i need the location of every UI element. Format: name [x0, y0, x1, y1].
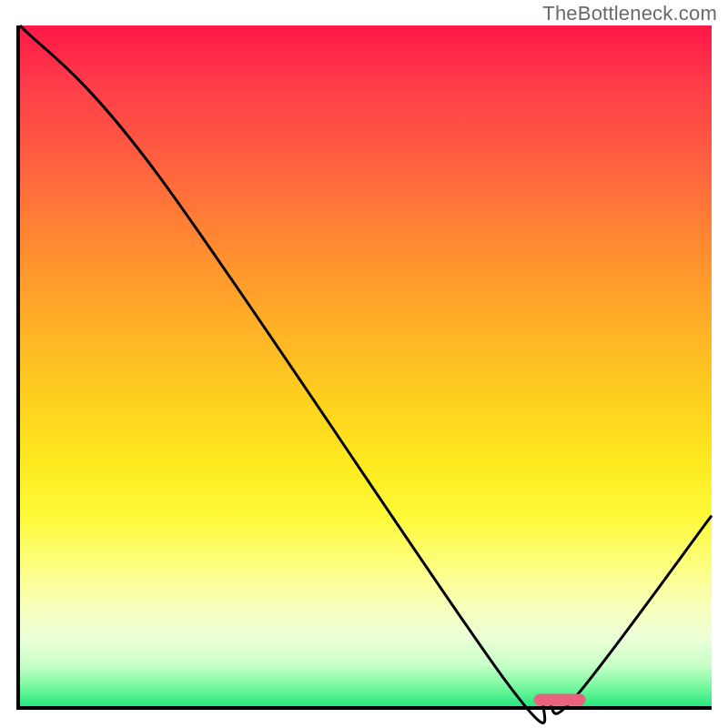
optimal-marker-pill — [533, 693, 585, 705]
plot-area — [16, 25, 712, 710]
curve-path — [20, 25, 712, 723]
watermark-text: TheBottleneck.com — [542, 2, 717, 25]
bottleneck-curve — [20, 25, 712, 706]
